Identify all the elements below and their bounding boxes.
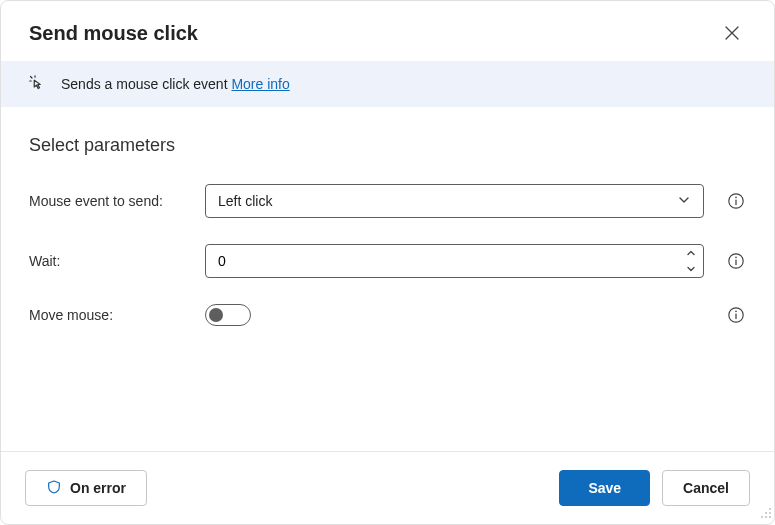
close-button[interactable] [718, 19, 746, 47]
move-mouse-cell [205, 304, 704, 326]
label-move-mouse: Move mouse: [29, 307, 199, 323]
param-row-move-mouse: Move mouse: [29, 304, 746, 326]
save-button[interactable]: Save [559, 470, 650, 506]
param-row-wait: Wait: [29, 244, 746, 278]
mouse-event-value: Left click [218, 193, 677, 209]
section-title: Select parameters [29, 135, 746, 156]
param-row-mouse-event: Mouse event to send: Left click [29, 184, 746, 218]
wait-step-up[interactable] [678, 245, 703, 261]
label-mouse-event: Mouse event to send: [29, 193, 199, 209]
on-error-button[interactable]: On error [25, 470, 147, 506]
wait-step-down[interactable] [678, 261, 703, 277]
on-error-label: On error [70, 480, 126, 496]
dialog-content: Select parameters Mouse event to send: L… [1, 107, 774, 451]
dialog-header: Send mouse click [1, 1, 774, 61]
svg-rect-2 [735, 200, 736, 205]
svg-point-1 [735, 197, 737, 199]
svg-point-4 [735, 257, 737, 259]
info-icon-move-mouse[interactable] [726, 305, 746, 325]
dialog: Send mouse click Sends a mouse click eve… [0, 0, 775, 525]
wait-input-box [205, 244, 704, 278]
banner-text: Sends a mouse click event More info [61, 76, 290, 92]
banner-description: Sends a mouse click event [61, 76, 231, 92]
move-mouse-toggle[interactable] [205, 304, 251, 326]
svg-rect-8 [735, 314, 736, 319]
chevron-down-icon [677, 193, 691, 210]
dialog-title: Send mouse click [29, 22, 198, 45]
info-icon-wait[interactable] [726, 251, 746, 271]
chevron-up-icon [686, 249, 696, 257]
more-info-link[interactable]: More info [231, 76, 289, 92]
info-icon-mouse-event[interactable] [726, 191, 746, 211]
mouse-event-select[interactable]: Left click [205, 184, 704, 218]
toggle-knob [209, 308, 223, 322]
shield-icon [46, 479, 62, 498]
wait-input[interactable] [218, 245, 677, 277]
close-icon [725, 26, 739, 40]
wait-spinners [677, 245, 703, 277]
dialog-footer: On error Save Cancel [1, 451, 774, 524]
mouse-click-icon [29, 75, 47, 93]
chevron-down-icon [686, 265, 696, 273]
label-wait: Wait: [29, 253, 199, 269]
svg-rect-5 [735, 260, 736, 265]
info-banner: Sends a mouse click event More info [1, 61, 774, 107]
svg-point-7 [735, 311, 737, 313]
cancel-button[interactable]: Cancel [662, 470, 750, 506]
